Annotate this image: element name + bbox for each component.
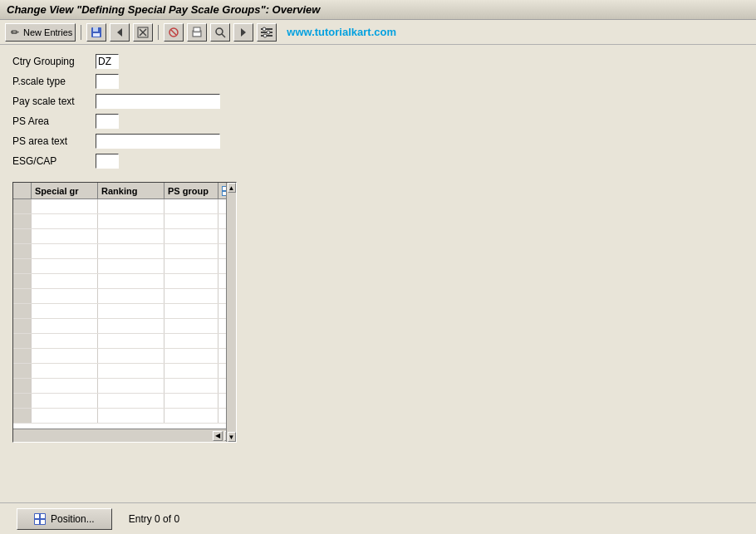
table-row [13,334,236,349]
new-entries-button[interactable]: ✏ New Entries [5,23,76,42]
save-button[interactable] [86,23,106,42]
svg-rect-27 [35,514,39,518]
table-row [13,349,236,364]
svg-rect-11 [194,33,200,36]
table-row [13,364,236,379]
toolbar-separator-1 [81,25,81,40]
scroll-left-arrow[interactable]: ◀ [213,431,223,441]
table-row [13,319,236,334]
title-bar: Change View "Defining Special Pay Scale … [0,0,756,20]
back-button[interactable] [110,23,130,42]
main-content: Ctry Grouping P.scale type Pay scale tex… [0,45,756,531]
svg-line-13 [222,34,225,37]
position-button[interactable]: Position... [17,508,112,530]
pscale-type-row: P.scale type [12,73,744,90]
new-entries-label: New Entries [23,27,72,37]
svg-point-12 [216,28,223,35]
ps-area-text-input[interactable] [96,134,220,149]
next-icon [237,26,250,39]
table-row [13,199,236,214]
svg-point-20 [263,34,267,37]
table-header: Special gr Ranking PS group [13,183,236,199]
svg-rect-1 [93,27,98,32]
esg-cap-label: ESG/CAP [12,155,96,167]
table-row [13,394,236,409]
table-row [13,244,236,259]
ctry-grouping-row: Ctry Grouping [12,53,744,70]
table-row [13,214,236,229]
find-button[interactable] [210,23,230,42]
save-icon [90,26,103,39]
scroll-down-arrow[interactable]: ▼ [228,432,236,442]
pay-scale-text-input[interactable] [96,94,220,109]
form-section: Ctry Grouping P.scale type Pay scale tex… [12,53,744,169]
settings-button[interactable] [257,23,277,42]
exit-button[interactable] [133,23,153,42]
svg-rect-28 [41,514,45,518]
col-header-ranking: Ranking [98,183,164,198]
entry-status: Entry 0 of 0 [129,513,179,525]
find-icon [214,26,227,39]
ctry-grouping-label: Ctry Grouping [12,56,96,67]
table-selector-header [13,183,32,198]
svg-rect-10 [194,27,200,32]
ps-area-text-label: PS area text [12,135,96,147]
ps-area-input[interactable] [96,114,119,129]
cancel-icon [167,26,180,39]
title-text: Change View "Defining Special Pay Scale … [7,3,320,16]
pscale-type-input[interactable] [96,74,119,89]
table-row [13,289,236,304]
table-body [13,199,236,429]
scroll-track [227,193,236,432]
pay-scale-text-row: Pay scale text [12,93,744,110]
table-row [13,409,236,424]
ps-area-row: PS Area [12,113,744,130]
table-row [13,259,236,274]
vertical-scrollbar[interactable]: ▲ ▼ [226,183,236,442]
exit-icon [136,26,150,39]
bottom-bar: Position... Entry 0 of 0 [0,502,756,534]
settings-icon [260,26,273,39]
col-header-ps-group: PS group [164,183,218,198]
table-scroll-wrapper: ▲ ▼ [13,199,236,429]
scroll-up-arrow[interactable]: ▲ [228,183,236,193]
svg-marker-14 [241,28,246,37]
pscale-type-label: P.scale type [12,76,96,87]
ps-area-label: PS Area [12,115,96,127]
pay-scale-text-label: Pay scale text [12,96,96,107]
table-row [13,304,236,319]
ps-area-text-row: PS area text [12,133,744,149]
table-row [13,274,236,289]
cancel-button[interactable] [164,23,184,42]
svg-rect-2 [93,33,100,37]
print-button[interactable] [187,23,207,42]
position-icon [34,513,46,525]
table-bottom-bar: ◀ ▶ [13,429,236,442]
svg-rect-30 [41,520,45,524]
table-row [13,229,236,244]
svg-rect-29 [35,520,39,524]
print-icon [190,26,204,39]
data-table: Special gr Ranking PS group [12,182,237,443]
watermark-text: www.tutorialkart.com [287,26,396,38]
esg-cap-row: ESG/CAP [12,153,744,169]
back-icon [113,26,126,39]
svg-marker-3 [117,28,122,37]
new-entries-icon: ✏ [8,26,22,39]
position-button-label: Position... [51,513,95,525]
svg-line-8 [171,30,176,35]
col-header-special-gr: Special gr [32,183,98,198]
svg-point-18 [263,27,266,31]
toolbar: ✏ New Entries [0,20,756,45]
next-button[interactable] [233,23,253,42]
ctry-grouping-input[interactable] [96,54,119,69]
esg-cap-input[interactable] [96,154,119,169]
table-row [13,379,236,394]
table-section: Special gr Ranking PS group [12,182,744,443]
svg-point-19 [267,31,270,34]
toolbar-separator-2 [158,25,159,40]
